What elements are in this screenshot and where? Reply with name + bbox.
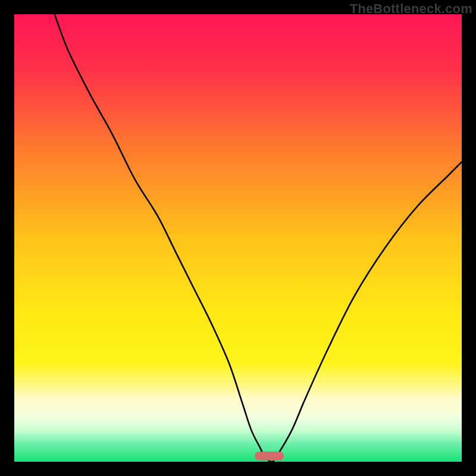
plot-area: [14, 14, 462, 462]
watermark-text: TheBottleneck.com: [350, 1, 472, 17]
chart-frame: TheBottleneck.com: [0, 0, 476, 476]
bottleneck-curve: [14, 14, 462, 462]
minimum-marker: [255, 452, 284, 461]
